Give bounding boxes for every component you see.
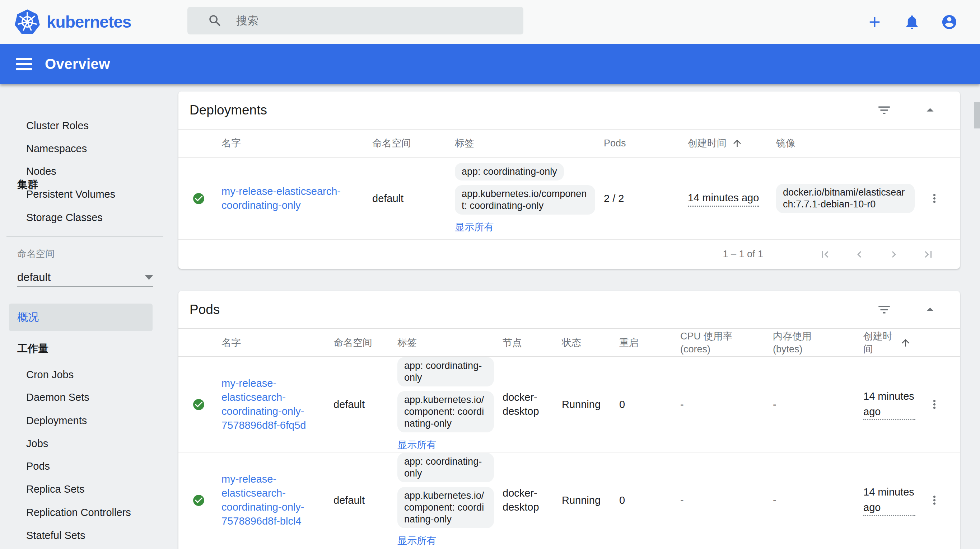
sidebar-item-storage-classes[interactable]: Storage Classes bbox=[0, 207, 158, 228]
column-pods[interactable]: Pods bbox=[604, 138, 679, 149]
column-images[interactable]: 镜像 bbox=[769, 137, 923, 150]
notifications-button[interactable] bbox=[904, 14, 920, 30]
column-created-sorted[interactable]: 创建时间 bbox=[679, 137, 769, 150]
chevron-left-icon bbox=[853, 248, 866, 261]
sort-ascending-icon bbox=[732, 138, 743, 149]
pods-card: Pods 名字 命名空间 标签 节点 状态 重启 CPU 使用率 (cores)… bbox=[178, 291, 960, 549]
sidebar-item-jobs[interactable]: Jobs bbox=[0, 433, 158, 454]
column-status[interactable]: 状态 bbox=[562, 336, 619, 349]
column-memory[interactable]: 内存使用 (bytes) bbox=[763, 330, 853, 355]
column-cpu[interactable]: CPU 使用率 (cores) bbox=[666, 330, 763, 355]
column-node[interactable]: 节点 bbox=[503, 336, 562, 349]
search-icon bbox=[207, 13, 223, 29]
search-input[interactable] bbox=[236, 14, 514, 27]
header-actions bbox=[866, 0, 958, 44]
sidebar-item-daemon-sets[interactable]: Daemon Sets bbox=[0, 387, 158, 408]
more-vert-icon bbox=[928, 493, 941, 507]
deployment-name-link[interactable]: my-release-elasticsearch-coordinating-on… bbox=[221, 184, 351, 213]
hamburger-icon bbox=[16, 58, 32, 60]
deployment-created: 14 minutes ago bbox=[688, 190, 759, 206]
account-icon bbox=[941, 14, 958, 30]
kubernetes-dashboard: kubernetes Overview bbox=[0, 0, 980, 549]
sidebar-item-cron-jobs[interactable]: Cron Jobs bbox=[0, 364, 158, 385]
label-chip: app.kubernetes.io/component: coordinatin… bbox=[398, 487, 494, 528]
sidebar-divider bbox=[6, 236, 163, 237]
column-labels[interactable]: 标签 bbox=[394, 336, 503, 349]
pod-row: my-release-elasticsearch-coordinating-on… bbox=[178, 357, 960, 452]
row-menu-button[interactable] bbox=[928, 398, 941, 411]
row-menu-button[interactable] bbox=[928, 493, 941, 507]
pod-memory: - bbox=[763, 399, 853, 411]
sidebar-item-overview-active[interactable]: 概况 bbox=[9, 303, 153, 331]
deployments-pagination: 1 – 1 of 1 bbox=[178, 240, 960, 268]
pods-card-header: Pods bbox=[178, 291, 960, 329]
brand-wordmark: kubernetes bbox=[47, 12, 131, 32]
pod-created: 14 minutes ago bbox=[863, 389, 915, 420]
sidebar-item-namespaces[interactable]: Namespaces bbox=[0, 138, 158, 159]
deployment-namespace: default bbox=[372, 193, 455, 205]
app-bar: Overview bbox=[0, 44, 980, 84]
first-page-button[interactable] bbox=[818, 248, 831, 261]
create-button[interactable] bbox=[866, 14, 883, 30]
show-all-labels-link[interactable]: 显示所有 bbox=[455, 221, 493, 233]
deployments-table-header: 名字 命名空间 标签 Pods 创建时间 镜像 bbox=[178, 130, 960, 157]
sidebar-item-replica-sets[interactable]: Replica Sets bbox=[0, 479, 158, 500]
sidebar-item-deployments[interactable]: Deployments bbox=[0, 410, 158, 431]
sort-ascending-icon bbox=[900, 337, 911, 348]
column-labels[interactable]: 标签 bbox=[455, 137, 604, 150]
column-name[interactable]: 名字 bbox=[221, 137, 372, 150]
kubernetes-logo[interactable]: kubernetes bbox=[14, 9, 131, 35]
pod-cpu: - bbox=[666, 399, 763, 411]
column-namespace[interactable]: 命名空间 bbox=[329, 336, 394, 349]
deployment-pods-count: 2 / 2 bbox=[604, 193, 679, 205]
top-header: kubernetes bbox=[0, 0, 980, 44]
pod-name-link[interactable]: my-release-elasticsearch-coordinating-on… bbox=[221, 472, 315, 528]
bell-icon bbox=[904, 14, 920, 30]
show-all-labels-link[interactable]: 显示所有 bbox=[398, 438, 436, 451]
last-page-button[interactable] bbox=[922, 248, 935, 261]
deployments-title: Deployments bbox=[189, 103, 267, 118]
filter-icon[interactable] bbox=[877, 302, 892, 317]
sidebar-item-replication-controllers[interactable]: Replication Controllers bbox=[0, 502, 158, 523]
pagination-range: 1 – 1 of 1 bbox=[722, 249, 763, 260]
sidebar-item-persistent-volumes[interactable]: Persistent Volumes bbox=[0, 184, 158, 205]
label-chip: app.kubernetes.io/component: coordinatin… bbox=[398, 391, 494, 432]
collapse-card-icon[interactable] bbox=[922, 102, 939, 118]
pods-table-header: 名字 命名空间 标签 节点 状态 重启 CPU 使用率 (cores) 内存使用… bbox=[178, 329, 960, 357]
column-restarts[interactable]: 重启 bbox=[619, 336, 666, 349]
row-menu-button[interactable] bbox=[928, 192, 941, 205]
deployments-card: Deployments 名字 命名空间 标签 Pods 创建时间 bbox=[178, 92, 960, 269]
pod-status: Running bbox=[562, 495, 619, 506]
account-button[interactable] bbox=[941, 14, 958, 30]
namespace-selector[interactable]: default bbox=[17, 268, 153, 287]
menu-toggle-button[interactable] bbox=[16, 58, 32, 70]
pod-created: 14 minutes ago bbox=[863, 484, 915, 516]
filter-icon[interactable] bbox=[877, 103, 892, 118]
status-ok-icon bbox=[192, 192, 205, 205]
deployments-card-header: Deployments bbox=[178, 92, 960, 130]
pod-name-link[interactable]: my-release-elasticsearch-coordinating-on… bbox=[221, 376, 315, 433]
column-name[interactable]: 名字 bbox=[221, 336, 329, 349]
column-created-sorted[interactable]: 创建时间 bbox=[853, 330, 924, 355]
prev-page-button[interactable] bbox=[853, 248, 866, 261]
column-namespace[interactable]: 命名空间 bbox=[372, 137, 455, 150]
pod-restarts: 0 bbox=[619, 495, 666, 506]
page-scrollbar[interactable] bbox=[974, 102, 980, 129]
label-chip: app: coordinating-only bbox=[398, 453, 494, 482]
pod-memory: - bbox=[763, 495, 853, 506]
pod-namespace: default bbox=[329, 399, 394, 411]
search-bar[interactable] bbox=[188, 7, 523, 35]
sidebar-item-pods[interactable]: Pods bbox=[0, 456, 158, 476]
sidebar-item-stateful-sets[interactable]: Stateful Sets bbox=[0, 525, 158, 546]
label-chip: app.kubernetes.io/component: coordinatin… bbox=[455, 185, 595, 214]
plus-icon bbox=[866, 14, 883, 30]
sidebar-item-cluster-roles[interactable]: Cluster Roles bbox=[0, 115, 158, 136]
next-page-button[interactable] bbox=[888, 248, 900, 261]
status-ok-icon bbox=[192, 494, 205, 507]
sidebar-item-nodes[interactable]: Nodes bbox=[0, 161, 158, 182]
pod-status: Running bbox=[562, 399, 619, 411]
show-all-labels-link[interactable]: 显示所有 bbox=[398, 534, 436, 547]
collapse-card-icon[interactable] bbox=[922, 301, 939, 318]
more-vert-icon bbox=[928, 192, 941, 205]
pod-row: my-release-elasticsearch-coordinating-on… bbox=[178, 452, 960, 548]
